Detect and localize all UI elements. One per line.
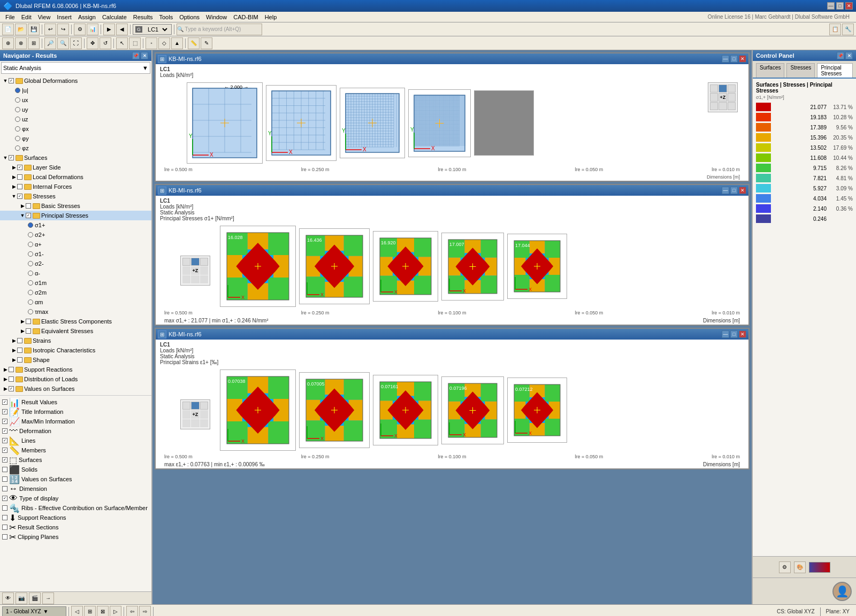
win3-min[interactable]: — [722, 330, 729, 338]
tree-ribs[interactable]: 🔩 Ribs - Effective Contribution on Surfa… [0, 503, 151, 513]
win1-min[interactable]: — [722, 55, 729, 63]
tree-result-sections[interactable]: ✂ Result Sections [0, 522, 151, 532]
coord-select[interactable]: 1 - Global XYZ ▼ [2, 606, 66, 617]
radio-uz[interactable] [15, 117, 20, 122]
cb-vals[interactable]: ✓ [9, 386, 14, 391]
lc-select[interactable]: LC1 [144, 25, 169, 34]
tree-sigma1mid[interactable]: σ1m [0, 278, 151, 288]
tb-extra1[interactable]: 📋 [829, 24, 841, 35]
cb-local-def[interactable] [17, 174, 22, 180]
new-btn[interactable]: 📄 [2, 24, 14, 35]
calc-btn[interactable]: ⚙ [74, 24, 86, 35]
radio-alphap[interactable] [28, 242, 33, 247]
cb-type-display[interactable]: ✓ [2, 496, 7, 501]
redo-btn[interactable]: ↪ [57, 24, 69, 35]
cb-deformation[interactable]: ✓ [2, 428, 7, 434]
tree-equiv-stress[interactable]: ▶ Equivalent Stresses [0, 326, 151, 336]
toggle-vals[interactable]: ▶ [2, 386, 9, 392]
cb-equiv[interactable] [26, 328, 31, 334]
win1-close[interactable]: ✕ [739, 55, 746, 63]
cb-surfaces[interactable]: ✓ [9, 155, 14, 160]
radio-alphamid[interactable] [28, 299, 33, 305]
tb-extra2[interactable]: 🔧 [842, 24, 854, 35]
toggle-surfaces[interactable]: ▼ [2, 155, 9, 161]
cb-title-info[interactable]: ✓ [2, 409, 7, 414]
cp-close[interactable]: ✕ [845, 52, 853, 59]
tree-u[interactable]: |u| [0, 86, 151, 95]
radio-sigma1mid[interactable] [28, 280, 33, 286]
tree-support-reactions2[interactable]: ⬇ Support Reactions [0, 513, 151, 522]
cp-pin[interactable]: 📌 [837, 52, 844, 59]
tree-uz[interactable]: uz [0, 114, 151, 124]
tree-values-surfaces[interactable]: ▶ ✓ Values on Surfaces [0, 384, 151, 394]
menu-results[interactable]: Results [130, 13, 156, 21]
cb-maxmin-info[interactable]: ✓ [2, 419, 7, 424]
tree-basic-stresses[interactable]: ▶ Basic Stresses [0, 201, 151, 211]
tb2-btn5[interactable]: 🔍 [57, 37, 69, 49]
cb-result-sections[interactable] [2, 525, 7, 530]
cb-strains[interactable] [17, 338, 22, 343]
tree-shape[interactable]: ▶ Shape [0, 355, 151, 365]
cb-isotropic[interactable] [17, 348, 22, 353]
win2-min[interactable]: — [722, 187, 729, 194]
win3-3d-view[interactable]: +Z [180, 399, 210, 429]
keyword-search[interactable]: 🔍 Type a keyword (Alt+Q) [177, 24, 262, 35]
tree-sigma2m[interactable]: σ2- [0, 259, 151, 268]
tree-stresses[interactable]: ▼ ✓ Stresses [0, 191, 151, 201]
close-button[interactable]: ✕ [845, 2, 853, 10]
radio-taumax[interactable] [28, 309, 33, 314]
tree-vals-on-surf[interactable]: 🔢 Values on Surfaces [0, 474, 151, 484]
tree-dist-loads[interactable]: ▶ Distribution of Loads [0, 374, 151, 384]
tree-surfaces2[interactable]: ✓ ⬚ Surfaces [0, 455, 151, 465]
cp-tab-stresses[interactable]: Stresses [786, 63, 815, 78]
nav-eye-btn[interactable]: 👁 [2, 592, 14, 604]
tree-solids[interactable]: ⬛ Solids [0, 465, 151, 474]
tree-clipping-planes[interactable]: ✂ Clipping Planes [0, 532, 151, 542]
menu-cadbim[interactable]: CAD-BIM [230, 13, 261, 21]
cb-principal[interactable]: ✓ [26, 213, 31, 218]
tb-btn5[interactable]: ◀ [116, 24, 128, 35]
win3-close[interactable]: ✕ [739, 330, 746, 338]
tree-sigma2mid[interactable]: σ2m [0, 288, 151, 297]
toggle-support[interactable]: ▶ [2, 366, 9, 373]
cb-dist[interactable] [9, 376, 14, 382]
maximize-button[interactable]: □ [836, 2, 844, 10]
open-btn[interactable]: 📂 [15, 24, 27, 35]
cb-lines[interactable]: ✓ [2, 438, 7, 443]
undo-btn[interactable]: ↩ [44, 24, 56, 35]
cb-solids[interactable] [2, 467, 7, 472]
tree-deformation[interactable]: ✓ 〰 Deformation [0, 426, 151, 436]
menu-insert[interactable]: Insert [54, 13, 75, 21]
toggle-principal[interactable]: ▼ [19, 212, 26, 219]
radio-uy[interactable] [15, 107, 20, 112]
radio-sigma1p[interactable] [28, 222, 33, 228]
tree-alpham[interactable]: α- [0, 268, 151, 278]
radio-sigma2p[interactable] [28, 232, 33, 237]
toggle-local-def[interactable]: ▶ [11, 174, 17, 180]
menu-edit[interactable]: Edit [18, 13, 35, 21]
nav-arrow-btn[interactable]: → [42, 592, 54, 604]
tree-support-reactions[interactable]: ▶ Support Reactions [0, 365, 151, 374]
toggle-shape[interactable]: ▶ [11, 357, 17, 363]
radio-ux[interactable] [15, 97, 20, 103]
tree-lines[interactable]: ✓ 📐 Lines [0, 436, 151, 445]
tree-global-deformations[interactable]: ▼ ✓ Global Deformations [0, 76, 151, 86]
cb-members[interactable]: ✓ [2, 448, 7, 453]
cb-surfaces2[interactable]: ✓ [2, 457, 7, 463]
btm-btn3[interactable]: ⊠ [97, 606, 109, 617]
tb-btn4[interactable]: ▶ [103, 24, 115, 35]
tree-layer-side[interactable]: ▶ ✓ Layer Side [0, 163, 151, 172]
tree-maxmin-info[interactable]: ✓ 📈 Max/Min Information [0, 417, 151, 426]
cp-tab-principal[interactable]: Principal Stresses [817, 63, 853, 78]
nav-cam-btn[interactable]: 📷 [16, 592, 27, 604]
cb-basic-stress[interactable] [26, 203, 31, 209]
cb-clipping[interactable] [2, 534, 7, 540]
tree-local-def[interactable]: ▶ Local Deformations [0, 172, 151, 182]
toggle-int-forces[interactable]: ▶ [11, 183, 17, 190]
tb2-deselect[interactable]: ⬚ [129, 37, 141, 49]
cp-tab-surfaces[interactable]: Surfaces [756, 63, 784, 78]
cb-global-def[interactable]: ✓ [9, 78, 14, 83]
tb2-annotate[interactable]: ✎ [201, 37, 212, 49]
menu-window[interactable]: Window [203, 13, 230, 21]
cp-btn1[interactable]: ⚙ [779, 561, 791, 573]
